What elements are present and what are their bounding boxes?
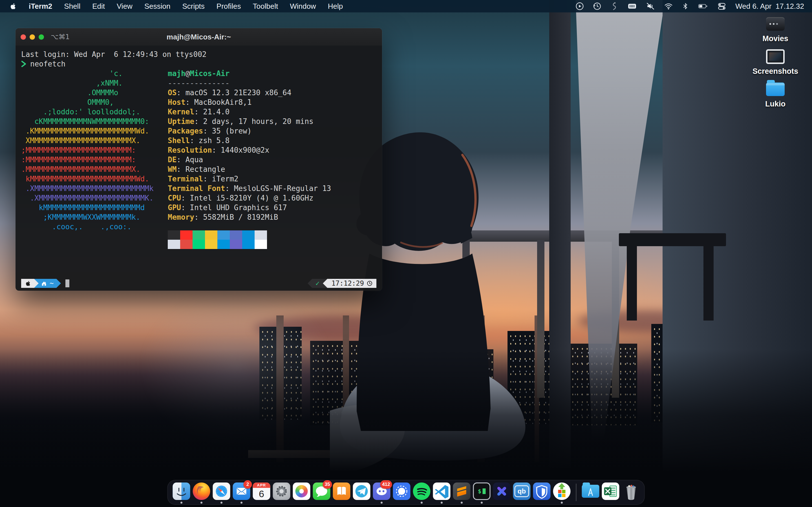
- dock-item-telegram[interactable]: [352, 480, 371, 504]
- running-indicator: [200, 502, 202, 504]
- qbittorrent-icon: qb: [513, 483, 530, 500]
- neofetch-info-line: OS: macOS 12.3 21E230 x86_64: [168, 88, 331, 98]
- minimize-button[interactable]: [30, 34, 35, 40]
- menu-item-scripts[interactable]: Scripts: [182, 2, 204, 11]
- dock-item-discord[interactable]: 412: [372, 480, 391, 504]
- neofetch-info-line: Memory: 5582MiB / 8192MiB: [168, 212, 331, 222]
- calendar-month: APR: [253, 483, 270, 488]
- keyboard-icon[interactable]: [627, 2, 637, 11]
- sublime-icon: [453, 483, 470, 500]
- close-button[interactable]: [20, 34, 26, 40]
- neofetch-info-line: CPU: Intel i5-8210Y (4) @ 1.60GHz: [168, 193, 331, 203]
- running-indicator: [461, 502, 463, 504]
- menu-app-name[interactable]: iTerm2: [29, 2, 52, 11]
- notification-badge: 35: [323, 480, 332, 489]
- trash-icon: [622, 483, 640, 500]
- dock-item-x-app[interactable]: [493, 480, 511, 504]
- dock-item-iterm[interactable]: $: [472, 480, 491, 504]
- dock-item-books[interactable]: [333, 480, 351, 504]
- menu-items: ShellEditViewSessionScriptsProfilesToolb…: [64, 2, 343, 11]
- dock: 2APR635412$qb: [167, 480, 645, 505]
- dock-item-excel[interactable]: [601, 480, 620, 504]
- desktop-icon-movies[interactable]: Movies: [749, 15, 802, 43]
- cwd-path: ~: [50, 279, 54, 287]
- wifi-icon[interactable]: [664, 2, 673, 11]
- neofetch-info-line: Uptime: 2 days, 17 hours, 20 mins: [168, 117, 331, 126]
- palette-swatch: [193, 230, 205, 240]
- dock-item-ms-autoupdate[interactable]: [553, 480, 571, 504]
- books-icon: [333, 483, 350, 500]
- terminal-titlebar[interactable]: ⌥⌘1 majh@Micos-Air:~: [15, 28, 382, 46]
- neofetch-info: majh@Micos-Air -------------- OS: macOS …: [168, 69, 331, 249]
- palette-swatch: [230, 240, 242, 249]
- volume-mute-icon[interactable]: [646, 2, 655, 11]
- neofetch-info-line: GPU: Intel UHD Graphics 617: [168, 203, 331, 212]
- menu-item-edit[interactable]: Edit: [92, 2, 105, 11]
- dock-item-spotify[interactable]: [412, 480, 431, 504]
- shot-icon: [766, 49, 784, 64]
- battery-icon[interactable]: [698, 2, 709, 11]
- dock-item-photos[interactable]: [292, 480, 311, 504]
- dock-item-sublime[interactable]: [453, 480, 471, 504]
- apple-menu-icon[interactable]: [10, 3, 17, 10]
- menu-item-help[interactable]: Help: [328, 2, 343, 11]
- terminal-color-palette: [168, 230, 331, 249]
- palette-swatch: [255, 240, 267, 249]
- palette-swatch: [180, 240, 193, 249]
- neofetch-title: majh@Micos-Air: [168, 69, 331, 78]
- palette-swatch: [180, 230, 193, 240]
- neofetch-ascii-art: 'c. ,xNMM. .OMMMMo OMMM0, .;loddo:' lool…: [21, 69, 168, 249]
- palette-swatch: [242, 230, 255, 240]
- dock-item-calendar[interactable]: APR6: [252, 480, 271, 504]
- zoom-button[interactable]: [39, 34, 44, 40]
- palette-swatch: [242, 240, 255, 249]
- dock-item-finder[interactable]: [172, 480, 191, 504]
- menu-item-window[interactable]: Window: [290, 2, 316, 11]
- exit-status-ok: ✓: [312, 279, 323, 288]
- iterm-icon: $: [473, 483, 491, 500]
- bluetooth-icon[interactable]: [682, 2, 689, 11]
- dock-item-bitwarden[interactable]: [532, 480, 551, 504]
- menu-item-profiles[interactable]: Profiles: [216, 2, 241, 11]
- desktop-icon-label: Movies: [749, 34, 802, 43]
- desktop-icon-screenshots[interactable]: Screenshots: [749, 47, 802, 76]
- menu-item-toolbelt[interactable]: Toolbelt: [253, 2, 278, 11]
- system-preferences-icon: [273, 483, 290, 500]
- dock-item-system-preferences[interactable]: [272, 480, 291, 504]
- notification-badge: 2: [244, 480, 252, 489]
- dock-item-vscode[interactable]: [433, 480, 451, 504]
- time-machine-icon[interactable]: [593, 2, 602, 11]
- menu-item-session[interactable]: Session: [144, 2, 170, 11]
- control-center-icon[interactable]: [717, 2, 726, 11]
- dock-item-safari[interactable]: [212, 480, 231, 504]
- palette-swatch: [168, 230, 180, 240]
- running-indicator: [181, 502, 183, 504]
- dock-item-signal[interactable]: [393, 480, 411, 504]
- dock-item-qbittorrent[interactable]: qb: [513, 480, 531, 504]
- palette-swatch: [230, 230, 242, 240]
- dock-item-messages[interactable]: 35: [312, 480, 331, 504]
- dock-item-mail[interactable]: 2: [232, 480, 251, 504]
- desktop-icon-label: Screenshots: [749, 67, 802, 76]
- menu-bar: iTerm2 ShellEditViewSessionScriptsProfil…: [0, 0, 812, 12]
- play-circle-icon[interactable]: [575, 2, 584, 11]
- desktop-icon-lukio[interactable]: Lukio: [749, 80, 802, 108]
- terminal-window[interactable]: ⌥⌘1 majh@Micos-Air:~ Last login: Wed Apr…: [15, 28, 382, 291]
- prompt-line: neofetch: [21, 59, 382, 69]
- dock-item-trash[interactable]: [621, 480, 640, 504]
- neofetch-info-line: WM: Rectangle: [168, 165, 331, 174]
- excel-icon: [602, 483, 619, 500]
- running-indicator: [380, 502, 383, 504]
- dock-item-applications[interactable]: [581, 480, 600, 504]
- palette-swatch: [193, 240, 205, 249]
- palette-swatch: [205, 230, 217, 240]
- safari-icon: [213, 483, 231, 500]
- status-icons: [575, 2, 726, 11]
- powerline-status-bar: ~ ✓ 17:12:29: [21, 279, 376, 288]
- menu-clock[interactable]: Wed 6. Apr 17.12.32: [735, 2, 804, 11]
- dock-item-firefox[interactable]: [192, 480, 211, 504]
- menu-item-view[interactable]: View: [117, 2, 133, 11]
- palette-swatch: [217, 230, 230, 240]
- menu-item-shell[interactable]: Shell: [64, 2, 80, 11]
- squiggle-icon[interactable]: [610, 2, 619, 11]
